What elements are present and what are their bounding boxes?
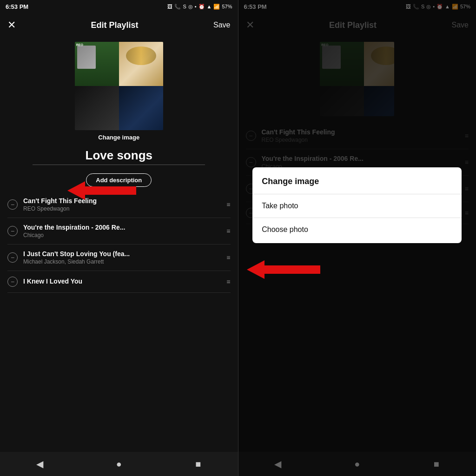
playlist-name-underline-left <box>33 165 205 165</box>
right-phone-panel: 6:53 PM 🖼 📞 S ◎ • ⏰ ▲ 📶 57% ✕ Edit Playl… <box>238 0 476 476</box>
save-button-left[interactable]: Save <box>213 21 230 29</box>
track-item-3-left: − I Just Can't Stop Loving You (fea... M… <box>7 245 231 271</box>
s-icon: S <box>183 4 186 9</box>
track-artist-2-left: Chicago <box>23 232 221 238</box>
nav-icon: ◎ <box>188 4 193 10</box>
track-item-2-left: − You're the Inspiration - 2006 Re... Ch… <box>7 218 231 245</box>
modal-overlay[interactable]: Change image Take photo Choose photo <box>238 0 476 476</box>
change-image-modal: Change image Take photo Choose photo <box>252 167 462 243</box>
gallery-icon: 🖼 <box>167 4 172 9</box>
track-artist-1-left: REO Speedwagon <box>23 205 221 212</box>
header-left: ✕ Edit Playlist Save <box>0 13 238 37</box>
arrow-head-right <box>247 260 264 279</box>
drag-handle-4-left[interactable]: ≡ <box>226 278 230 285</box>
back-button-left[interactable]: ◀ <box>30 455 49 473</box>
nav-bar-left: ◀ ● ■ <box>0 452 238 476</box>
change-image-label-left[interactable]: Change image <box>98 134 139 141</box>
track-title-3-left: I Just Can't Stop Loving You (fea... <box>23 250 221 258</box>
status-bar-left: 6:53 PM 🖼 📞 S ◎ • ⏰ ▲ 📶 57% <box>0 0 238 13</box>
modal-title: Change image <box>262 177 452 186</box>
track-info-4-left: I Knew I Loved You <box>23 278 221 286</box>
track-info-3-left: I Just Can't Stop Loving You (fea... Mic… <box>23 250 221 265</box>
drag-handle-3-left[interactable]: ≡ <box>226 254 230 261</box>
arrow-body-left <box>85 186 136 195</box>
left-phone-panel: 6:53 PM 🖼 📞 S ◎ • ⏰ ▲ 📶 57% ✕ Edit Playl… <box>0 0 238 476</box>
phone-icon: 📞 <box>174 4 181 10</box>
signal-icon: 📶 <box>213 4 220 10</box>
remove-track-1-left[interactable]: − <box>7 199 18 210</box>
track-artist-3-left: Michael Jackson, Siedah Garrett <box>23 258 221 265</box>
arrow-body-right <box>264 265 320 274</box>
recents-button-left[interactable]: ■ <box>189 455 207 473</box>
track-title-2-left: You're the Inspiration - 2006 Re... <box>23 224 221 231</box>
red-arrow-left <box>67 181 136 200</box>
status-icons-left: 🖼 📞 S ◎ • ⏰ ▲ 📶 57% <box>167 4 232 10</box>
close-button-left[interactable]: ✕ <box>7 19 16 31</box>
album-grid-left[interactable] <box>75 42 163 130</box>
choose-photo-option[interactable]: Choose photo <box>262 218 452 243</box>
header-title-left: Edit Playlist <box>91 20 138 30</box>
album-cell-3 <box>75 86 119 130</box>
album-cell-2 <box>119 42 163 86</box>
playlist-name-left: Love songs <box>86 148 152 163</box>
red-arrow-right <box>247 260 320 279</box>
arrow-head-left <box>67 181 85 200</box>
remove-track-4-left[interactable]: − <box>7 277 18 287</box>
drag-handle-2-left[interactable]: ≡ <box>226 227 230 235</box>
remove-track-3-left[interactable]: − <box>7 252 18 263</box>
home-button-left[interactable]: ● <box>110 455 128 473</box>
wifi-icon: ▲ <box>207 4 212 9</box>
playlist-image-area-left: Change image <box>0 37 238 144</box>
remove-track-2-left[interactable]: − <box>7 226 18 236</box>
playlist-name-area-left: Love songs <box>0 144 238 169</box>
dot-icon: • <box>195 4 197 9</box>
track-title-4-left: I Knew I Loved You <box>23 278 221 285</box>
alarm-icon: ⏰ <box>198 4 205 10</box>
status-time-left: 6:53 PM <box>6 3 28 10</box>
take-photo-option[interactable]: Take photo <box>262 194 452 218</box>
album-cell-4 <box>119 86 163 130</box>
track-list-left: − Can't Fight This Feeling REO Speedwago… <box>0 192 238 452</box>
drag-handle-1-left[interactable]: ≡ <box>226 201 230 208</box>
track-item-4-left: − I Knew I Loved You ≡ <box>7 271 231 293</box>
album-cell-1 <box>75 42 119 86</box>
track-info-2-left: You're the Inspiration - 2006 Re... Chic… <box>23 224 221 238</box>
battery-left: 57% <box>222 4 232 9</box>
